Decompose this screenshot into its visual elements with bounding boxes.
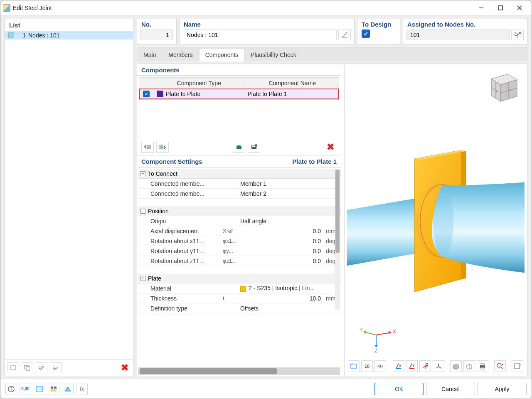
svg-rect-52: [51, 389, 57, 392]
delete-component-button[interactable]: ✖: [324, 142, 337, 153]
prop-row[interactable]: Definition typeOffsets: [138, 303, 341, 313]
view-wire-button[interactable]: [463, 360, 475, 372]
edit-name-button[interactable]: [338, 30, 351, 40]
svg-rect-14: [236, 146, 241, 149]
view-scale-button[interactable]: 10: [361, 360, 373, 372]
prop-row[interactable]: Rotation about z11...φz1...0.0deg: [138, 256, 341, 266]
fx-button[interactable]: fx: [76, 384, 88, 394]
prop-row[interactable]: Connected membe...Member 1: [138, 179, 341, 189]
apply-button[interactable]: Apply: [478, 383, 527, 395]
svg-rect-4: [11, 366, 16, 370]
new-window-button[interactable]: [512, 360, 523, 372]
move-up-button[interactable]: [141, 142, 154, 153]
svg-point-35: [379, 365, 381, 367]
app-icon: [3, 4, 10, 12]
prop-row[interactable]: Rotation about y11...φy...0.0deg: [138, 246, 341, 256]
svg-rect-42: [481, 367, 484, 369]
header-bar: No. Name To Design: [137, 19, 527, 44]
window-close[interactable]: [510, 2, 529, 14]
svg-text:?: ?: [10, 387, 12, 392]
collapse-icon[interactable]: −: [140, 276, 145, 281]
svg-point-21: [433, 185, 453, 256]
window-minimize[interactable]: [472, 2, 491, 14]
prop-row[interactable]: Connected membe...Member 2: [138, 189, 341, 199]
prop-row[interactable]: Thicknesst10.0mm: [138, 293, 341, 303]
svg-text:Y: Y: [360, 327, 363, 333]
component-row[interactable]: ✔ Plate to Plate Plate to Plate 1: [139, 89, 339, 99]
svg-text:X: X: [399, 364, 401, 368]
svg-point-18: [255, 144, 257, 147]
checkmark-button[interactable]: [36, 362, 47, 373]
view-x-button[interactable]: X: [393, 360, 404, 372]
number-box: No.: [137, 19, 177, 44]
view-z-button[interactable]: Z: [419, 360, 431, 372]
to-design-checkbox[interactable]: ✔: [362, 30, 370, 38]
horizontal-scrollbar[interactable]: [138, 367, 340, 375]
color-button[interactable]: [34, 384, 45, 394]
to-design-box: To Design ✔: [357, 19, 400, 44]
view-solid-button[interactable]: [450, 360, 462, 372]
component-settings-tree: − To Connect Connected membe...Member 1 …: [137, 168, 341, 367]
prop-row +  material[interactable]: Material2 - S235 | Isotropic | Lin...: [138, 283, 341, 293]
svg-rect-12: [160, 145, 163, 146]
list-header: List: [5, 19, 133, 31]
ok-button[interactable]: OK: [374, 383, 424, 395]
view-visibility-button[interactable]: [374, 360, 386, 372]
view-cube[interactable]: -y x: [483, 69, 522, 106]
group-position[interactable]: − Position: [138, 206, 341, 216]
component-settings-header: Component Settings: [141, 158, 202, 165]
view-neg-y-button[interactable]: -Y: [406, 360, 418, 372]
prop-row[interactable]: OriginHalf angle: [138, 216, 341, 226]
delete-button[interactable]: ✖: [119, 362, 131, 373]
joint-color-swatch: [8, 32, 14, 38]
view-iso-button[interactable]: [433, 360, 444, 372]
move-down-button[interactable]: [156, 142, 169, 153]
tab-main[interactable]: Main: [137, 48, 162, 61]
new-item-button[interactable]: [7, 362, 19, 373]
assigned-nodes-input[interactable]: [406, 30, 510, 40]
collapse-icon[interactable]: −: [140, 209, 145, 214]
copy-item-button[interactable]: [22, 362, 33, 373]
svg-text:-y: -y: [495, 89, 498, 93]
group-plate[interactable]: − Plate: [138, 273, 341, 283]
pick-nodes-button[interactable]: [511, 30, 524, 40]
name-box: Name: [179, 19, 355, 44]
components-col-name: Component Name: [246, 80, 339, 86]
refresh-check-button[interactable]: [50, 362, 62, 373]
svg-rect-10: [147, 145, 150, 146]
assigned-box: Assigned to Nodes No.: [403, 19, 527, 44]
units-button[interactable]: 0,00: [20, 384, 31, 394]
window-title: Edit Steel Joint: [13, 5, 52, 11]
tab-components[interactable]: Components: [199, 48, 244, 62]
cancel-button[interactable]: Cancel: [426, 383, 475, 395]
search-button[interactable]: [494, 360, 506, 372]
tab-members[interactable]: Members: [162, 48, 199, 61]
view-reset-button[interactable]: [348, 360, 360, 372]
svg-text:X: X: [393, 329, 396, 335]
group-to-connect[interactable]: − To Connect: [138, 169, 341, 179]
number-input[interactable]: [140, 30, 173, 40]
component-enabled-checkbox[interactable]: ✔: [143, 91, 150, 97]
svg-rect-1: [498, 6, 502, 10]
window-maximize[interactable]: [491, 2, 510, 14]
svg-text:-Y: -Y: [411, 364, 415, 368]
svg-rect-47: [515, 364, 520, 369]
name-input[interactable]: [183, 30, 337, 40]
print-button[interactable]: [477, 360, 488, 372]
list-item[interactable]: 1 Nodes : 101: [5, 31, 133, 39]
prop-row[interactable]: Axial displacementXref0.0mm: [138, 226, 341, 236]
tab-plausibility[interactable]: Plausibility Check: [244, 48, 303, 61]
annotations-button[interactable]: [48, 384, 59, 394]
prop-row[interactable]: Rotation about x11...φx1...0.0deg: [138, 236, 341, 246]
collapse-icon[interactable]: −: [140, 171, 145, 176]
viewport-panel: -y x X: [344, 64, 527, 376]
view-settings-button[interactable]: [62, 384, 74, 394]
svg-rect-34: [351, 364, 357, 368]
save-button[interactable]: [248, 142, 260, 153]
viewport-3d[interactable]: -y x X: [347, 66, 525, 357]
svg-line-44: [501, 367, 503, 369]
library-button[interactable]: [233, 142, 245, 153]
vertical-scrollbar[interactable]: [335, 169, 340, 310]
help-button[interactable]: ?: [5, 384, 17, 394]
component-color-swatch: [157, 91, 163, 97]
